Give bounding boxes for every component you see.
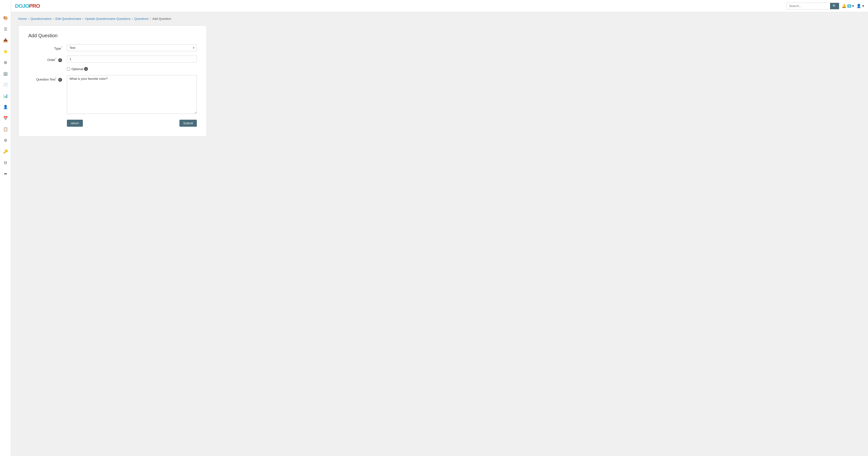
- question-text-textarea[interactable]: What is your favorite color?: [67, 75, 197, 114]
- clipboard-icon[interactable]: 📋: [2, 126, 9, 133]
- topnav: DOJO PRO 🔍 🔔 0 ▾ 👤 ▾: [11, 0, 868, 12]
- return-button[interactable]: return: [67, 120, 83, 127]
- order-info-icon: i: [58, 58, 62, 62]
- optional-label: Optional: [71, 67, 83, 71]
- form-actions: return Submit: [28, 120, 197, 127]
- optional-row: Optional i: [28, 67, 197, 71]
- logo-pro: PRO: [29, 3, 40, 9]
- document-icon[interactable]: 📄: [2, 81, 9, 88]
- question-text-info-icon: i: [58, 78, 62, 82]
- grid-icon[interactable]: ⊞: [2, 59, 9, 66]
- breadcrumb: Home / Questionnaires / Edit Questionnai…: [18, 17, 861, 21]
- type-label: Type*: [28, 44, 67, 50]
- calendar-icon[interactable]: 📅: [2, 115, 9, 121]
- star-icon[interactable]: ⭐: [2, 48, 9, 55]
- order-label: Order* i: [28, 56, 67, 62]
- submit-button[interactable]: Submit: [180, 120, 197, 127]
- main-wrap: DOJO PRO 🔍 🔔 0 ▾ 👤 ▾ Home / Questionnair…: [11, 0, 868, 456]
- person-icon[interactable]: 👤: [2, 104, 9, 110]
- sidebar: 🎨 ☰ 📥 ⭐ ⊞ 🏢 📄 📊 👤 📅 📋 ⚙ 🔑 ⊟ ➡: [0, 0, 11, 456]
- type-select[interactable]: Text Multiple Choice Single Choice Date …: [67, 44, 197, 51]
- breadcrumb-sep-3: /: [83, 17, 84, 21]
- form-card: Add Question Type* Text Multiple Choice …: [18, 25, 207, 137]
- search-box: 🔍: [786, 3, 839, 9]
- type-row: Type* Text Multiple Choice Single Choice…: [28, 44, 197, 51]
- notifications-badge: 0: [847, 4, 851, 8]
- breadcrumb-sep-1: /: [28, 17, 29, 21]
- breadcrumb-sep-4: /: [132, 17, 133, 21]
- breadcrumb-questionnaires[interactable]: Questionnaires: [30, 17, 52, 21]
- order-row: Order* i 1: [28, 56, 197, 63]
- breadcrumb-sep-2: /: [53, 17, 54, 21]
- logo-dojo: DOJO: [15, 3, 29, 9]
- chart-icon[interactable]: 📊: [2, 92, 9, 99]
- gear-icon[interactable]: ⚙: [2, 137, 9, 144]
- order-input[interactable]: 1: [67, 56, 197, 63]
- hierarchy-icon[interactable]: 🏢: [2, 70, 9, 77]
- logo: DOJO PRO: [15, 3, 40, 9]
- key-icon[interactable]: 🔑: [2, 148, 9, 155]
- breadcrumb-home[interactable]: Home: [18, 17, 27, 21]
- list-icon[interactable]: ☰: [2, 26, 9, 32]
- question-text-row: Question Text* i What is your favorite c…: [28, 75, 197, 114]
- inbox-icon[interactable]: 📥: [2, 37, 9, 44]
- palette-icon[interactable]: 🎨: [2, 15, 9, 21]
- question-text-label: Question Text* i: [28, 75, 67, 82]
- type-select-wrap: Text Multiple Choice Single Choice Date …: [67, 44, 197, 51]
- notifications-button[interactable]: 🔔 0 ▾: [842, 4, 854, 8]
- exit-icon[interactable]: ➡: [2, 170, 9, 177]
- optional-info-icon: i: [84, 67, 88, 71]
- optional-checkbox[interactable]: [67, 67, 70, 70]
- breadcrumb-current: Add Question: [152, 17, 171, 21]
- page-title: Add Question: [28, 33, 197, 38]
- table-icon[interactable]: ⊟: [2, 159, 9, 166]
- breadcrumb-update-questions[interactable]: Update Questionnaire Questions: [85, 17, 131, 21]
- breadcrumb-edit-questionnaire[interactable]: Edit Questionnaire: [55, 17, 81, 21]
- breadcrumb-questions[interactable]: Questions: [134, 17, 149, 21]
- search-button[interactable]: 🔍: [830, 3, 839, 9]
- breadcrumb-sep-5: /: [150, 17, 151, 21]
- user-menu-button[interactable]: 👤 ▾: [857, 4, 864, 8]
- content: Home / Questionnaires / Edit Questionnai…: [11, 12, 868, 456]
- search-input[interactable]: [786, 3, 830, 9]
- topnav-right: 🔍 🔔 0 ▾ 👤 ▾: [786, 3, 864, 9]
